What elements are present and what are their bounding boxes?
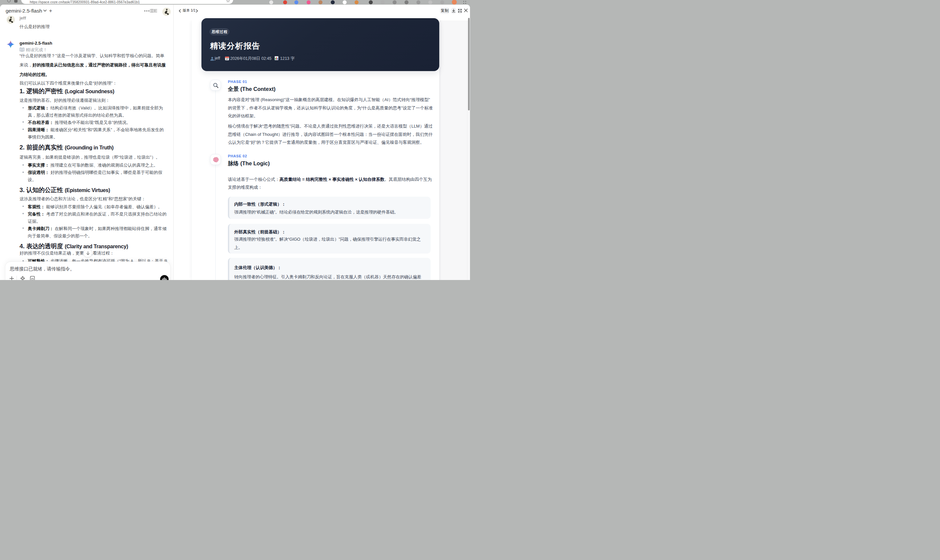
svg-text:17: 17	[226, 58, 228, 60]
